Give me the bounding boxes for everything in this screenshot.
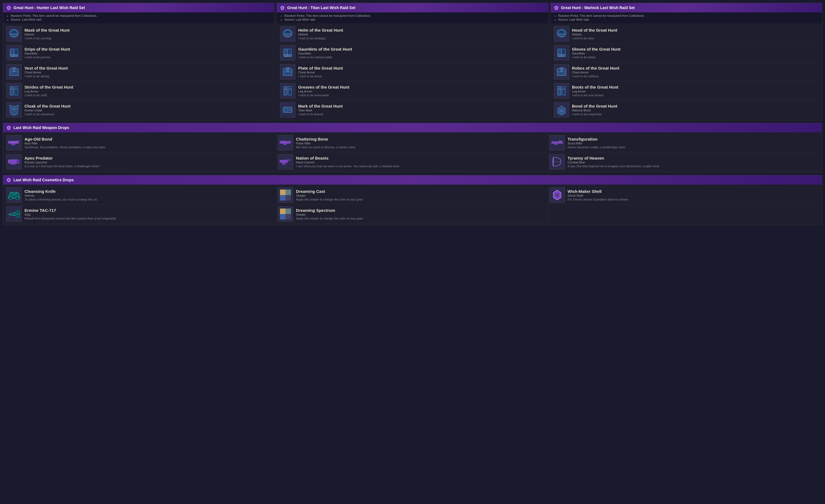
item-icon: [554, 26, 569, 42]
armor-sets-grid: Great Hunt - Hunter Last Wish Raid Set R…: [3, 3, 822, 121]
list-item: Chattering BonePulse RifleWe have so muc…: [277, 133, 548, 152]
list-item: Nation of BeastsHand CannonI can show yo…: [277, 152, 548, 171]
item-flavor: We have so much to discuss, o seeker min…: [296, 146, 547, 149]
item-flavor: I wish to be indestructible.: [298, 56, 545, 59]
cosmetics-header: Last Wish Raid Cosmetics Drops: [3, 175, 822, 185]
svg-rect-83: [280, 195, 286, 201]
titan-set-card: Great Hunt - Titan Last Wish Raid Set Ra…: [276, 3, 548, 121]
svg-rect-61: [289, 141, 291, 142]
hunter-set-card: Great Hunt - Hunter Last Wish Raid Set R…: [3, 3, 275, 121]
item-type: Chest Armor: [572, 71, 819, 74]
svg-rect-21: [284, 34, 291, 37]
item-name: Age-Old Bond: [24, 137, 275, 141]
item-info: Ermine TAC-717ShipRebuilt from blueprint…: [24, 208, 275, 220]
item-flavor: Apply this shader to change the color of…: [296, 217, 547, 220]
item-icon: [6, 26, 22, 42]
item-type: Hand Cannon: [296, 161, 547, 164]
item-type: Vehicle: [24, 194, 275, 197]
list-item: Boots of the Great HuntLeg ArmorI wish t…: [553, 81, 820, 100]
item-name: Vest of the Great Hunt: [24, 66, 271, 70]
item-flavor: I wish to be daring.: [24, 75, 271, 78]
item-type: Chest Armor: [24, 71, 271, 74]
item-name: Dreaming Cast: [296, 189, 547, 194]
item-name: Chattering Bone: [296, 137, 547, 141]
item-icon: [280, 45, 295, 61]
list-item: Apex PredatorRocket LauncherIs it you or…: [5, 152, 277, 171]
item-info: TransfigurationScout RifleDesire becomes…: [568, 137, 819, 149]
titan-set-notes: Random Perks: This item cannot be reacqu…: [277, 12, 548, 23]
raid-symbol-icon: [554, 5, 559, 10]
item-flavor: I can show you how we were in our prime.…: [296, 164, 547, 168]
item-type: Gauntlets: [24, 52, 271, 55]
item-type: Helmet: [298, 33, 545, 36]
item-icon: [280, 26, 295, 42]
item-flavor: Rebuilt from blueprints carried into thi…: [24, 217, 275, 220]
warlock-set-header: Great Hunt - Warlock Last Wish Raid Set: [550, 3, 822, 12]
raid-symbol-icon: [6, 177, 11, 183]
item-name: Greaves of the Great Hunt: [298, 85, 545, 89]
item-name: Gauntlets of the Great Hunt: [298, 47, 545, 52]
list-item: Vest of the Great HuntChest ArmorI wish …: [5, 62, 272, 81]
item-info: Nation of BeastsHand CannonI can show yo…: [296, 156, 547, 168]
item-name: Robes of the Great Hunt: [572, 66, 819, 70]
item-name: Gloves of the Great Hunt: [572, 47, 819, 52]
list-item: Robes of the Great HuntChest ArmorI wish…: [553, 62, 820, 81]
svg-rect-57: [17, 141, 19, 142]
item-info: Boots of the Great HuntLeg ArmorI wish t…: [572, 85, 819, 97]
svg-point-79: [9, 197, 12, 200]
item-icon: [549, 154, 565, 169]
item-info: Robes of the Great HuntChest ArmorI wish…: [572, 66, 819, 78]
item-info: Gloves of the Great HuntGauntletsI wish …: [572, 47, 819, 59]
svg-rect-93: [286, 209, 291, 214]
cosmetics-title: Last Wish Raid Cosmetics Drops: [13, 178, 74, 182]
item-flavor: I wish to be immovable.: [298, 93, 545, 97]
item-type: Auto Rifle: [24, 142, 275, 145]
weapons-item-list: Age-Old BondAuto RifleSymbiosis. Not pre…: [3, 132, 822, 172]
list-item: Tyranny of HeavenCombat BowIt was She th…: [548, 152, 820, 171]
svg-rect-44: [558, 55, 561, 56]
item-info: Grips of the Great HuntGauntletsI wish t…: [24, 47, 271, 59]
svg-rect-29: [284, 86, 287, 95]
item-icon: [549, 135, 565, 150]
item-info: Hood of the Great HuntHelmetI wish to be…: [572, 28, 819, 40]
item-name: Ermine TAC-717: [24, 208, 275, 213]
titan-note-0: Random Perks: This item cannot be reacqu…: [284, 14, 545, 17]
list-item: Strides of the Great HuntLeg ArmorI wish…: [5, 81, 272, 100]
item-flavor: I wish to be respected.: [572, 113, 819, 116]
item-icon: [554, 102, 569, 118]
raid-symbol-icon: [6, 5, 11, 10]
item-type: Pulse Rifle: [296, 142, 547, 145]
item-icon: [6, 135, 22, 150]
list-item: Gloves of the Great HuntGauntletsI wish …: [553, 44, 820, 62]
svg-point-47: [560, 70, 562, 72]
warlock-note-1: Source: Last Wish raid.: [558, 18, 819, 21]
list-item: Dreaming CastShaderApply this shader to …: [277, 186, 548, 205]
svg-rect-84: [286, 195, 291, 201]
list-item: Age-Old BondAuto RifleSymbiosis. Not pre…: [5, 133, 277, 152]
svg-point-70: [17, 161, 19, 162]
item-info: Dreaming CastShaderApply this shader to …: [296, 189, 547, 201]
list-item: Ermine TAC-717ShipRebuilt from blueprint…: [5, 205, 277, 224]
item-icon: [6, 64, 22, 79]
titan-item-list: Helm of the Great HuntHelmetI wish to be…: [277, 23, 548, 120]
item-name: Helm of the Great Hunt: [298, 28, 545, 32]
svg-point-91: [11, 213, 14, 215]
item-info: Cloak of the Great HuntHunter CloakI wis…: [24, 104, 271, 116]
warlock-set-card: Great Hunt - Warlock Last Wish Raid Set …: [550, 3, 822, 121]
list-item: Mask of the Great HuntHelmetI wish to be…: [5, 24, 272, 44]
svg-rect-40: [558, 34, 565, 37]
item-info: Mask of the Great HuntHelmetI wish to be…: [24, 28, 271, 40]
item-type: Ship: [24, 213, 275, 216]
svg-rect-49: [562, 86, 566, 95]
item-info: Plate of the Great HuntChest ArmorI wish…: [298, 66, 545, 78]
item-type: Chest Armor: [298, 71, 545, 74]
list-item: Greaves of the Great HuntLeg ArmorI wish…: [279, 81, 546, 100]
svg-rect-9: [14, 55, 18, 56]
hunter-set-header: Great Hunt - Hunter Last Wish Raid Set: [3, 3, 275, 12]
titan-set-title: Great Hunt - Titan Last Wish Raid Set: [287, 5, 355, 10]
item-icon: [554, 83, 569, 98]
svg-rect-35: [285, 108, 287, 112]
item-info: Helm of the Great HuntHelmetI wish to be…: [298, 28, 545, 40]
svg-rect-25: [284, 55, 288, 56]
item-info: Chattering BonePulse RifleWe have so muc…: [296, 137, 547, 149]
